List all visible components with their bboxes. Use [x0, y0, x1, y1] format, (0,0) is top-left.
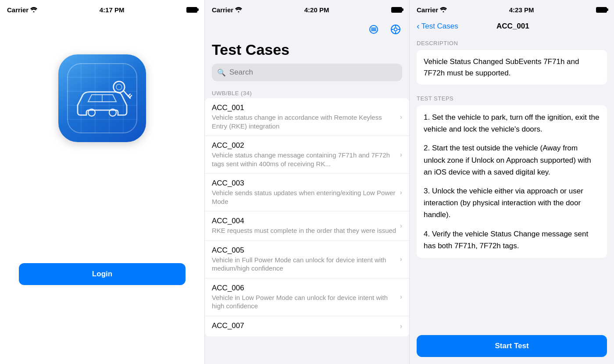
svg-point-17	[238, 11, 239, 12]
battery-area-detail	[596, 7, 607, 13]
list-item-title: ACC_005	[212, 246, 396, 255]
list-item-subtitle: Vehicle in Low Power Mode can unlock for…	[212, 293, 396, 310]
list-item[interactable]: ACC_004 RKE requests must complete in th…	[205, 211, 409, 241]
search-bar[interactable]: 🔍	[212, 64, 402, 81]
detail-nav-title: ACC_001	[496, 22, 529, 31]
description-label: DESCRIPTION	[417, 36, 607, 48]
search-container: 🔍	[205, 64, 409, 86]
test-step: 3. Unlock the vehicle either via approac…	[424, 185, 600, 221]
list-item-content: ACC_001 Vehicle status change in accorda…	[212, 103, 400, 130]
list-item-title: ACC_003	[212, 179, 396, 188]
back-label: Test Cases	[421, 22, 458, 31]
carrier-wifi-detail: Carrier	[417, 6, 447, 14]
list-item-subtitle: Vehicle status change in accordance with…	[212, 113, 396, 130]
list-item[interactable]: ACC_003 Vehicle sends status updates whe…	[205, 174, 409, 211]
detail-panel: Carrier 4:23 PM ‹ Test Cases ACC_001 DES…	[410, 0, 614, 364]
time-display-detail: 4:23 PM	[509, 6, 534, 14]
chevron-right-icon: ›	[400, 255, 402, 263]
time-display-list: 4:20 PM	[304, 6, 329, 14]
list-header-icons	[205, 19, 409, 41]
list-icon[interactable]	[367, 23, 380, 36]
list-item[interactable]: ACC_007 ›	[205, 316, 409, 336]
chevron-right-icon: ›	[400, 322, 402, 330]
battery-icon-login	[186, 7, 197, 13]
list-item-subtitle: Vehicle status change message containing…	[212, 151, 396, 168]
list-item[interactable]: ACC_002 Vehicle status change message co…	[205, 136, 409, 174]
list-item-subtitle: Vehicle in Full Power Mode can unlock fo…	[212, 256, 396, 273]
test-step: 2. Start the test outside the vehicle (A…	[424, 142, 600, 178]
status-bar-login: Carrier 4:17 PM	[0, 0, 204, 19]
test-steps-section: TEST STEPS 1. Set the vehicle to park, t…	[417, 92, 607, 258]
section-header: UWB/BLE (34)	[205, 86, 409, 98]
test-step: 4. Verify the vehicle Status Change mess…	[424, 228, 600, 252]
list-item-title: ACC_001	[212, 103, 396, 112]
list-item-subtitle: RKE requests must complete in the order …	[212, 226, 396, 235]
chevron-right-icon: ›	[400, 113, 402, 121]
chevron-right-icon: ›	[400, 189, 402, 196]
status-bar-detail: Carrier 4:23 PM	[410, 0, 614, 19]
svg-line-14	[123, 90, 130, 98]
list-item-subtitle: Vehicle sends status updates when enteri…	[212, 189, 396, 206]
chevron-right-icon: ›	[400, 222, 402, 230]
wifi-icon-list	[235, 6, 242, 14]
back-chevron-icon: ‹	[417, 21, 420, 31]
app-icon	[58, 54, 146, 142]
carrier-label-list: Carrier	[212, 6, 233, 14]
description-section: DESCRIPTION Vehicle Status Changed SubEv…	[417, 36, 607, 85]
status-bar-list: Carrier 4:20 PM	[205, 0, 409, 19]
svg-point-12	[114, 82, 125, 93]
login-button[interactable]: Login	[19, 263, 186, 285]
car-key-svg	[67, 63, 137, 133]
time-display-login: 4:17 PM	[100, 6, 125, 14]
svg-line-16	[129, 96, 132, 98]
test-cases-list-panel: Carrier 4:20 PM	[205, 0, 410, 364]
list-item[interactable]: ACC_001 Vehicle status change in accorda…	[205, 98, 409, 136]
battery-area-login	[186, 7, 197, 13]
svg-point-0	[33, 11, 35, 12]
search-icon: 🔍	[217, 68, 226, 77]
battery-icon-detail	[596, 7, 607, 13]
svg-point-28	[443, 11, 444, 12]
detail-nav: ‹ Test Cases ACC_001	[410, 19, 614, 36]
svg-point-10	[88, 109, 95, 116]
description-card: Vehicle Status Changed SubEvents 7F71h a…	[417, 50, 607, 85]
list-item-content: ACC_005 Vehicle in Full Power Mode can u…	[212, 246, 400, 273]
list-item-content: ACC_007	[212, 321, 400, 331]
svg-point-13	[116, 84, 122, 90]
start-test-button[interactable]: Start Test	[417, 335, 607, 357]
list-item-content: ACC_004 RKE requests must complete in th…	[212, 217, 400, 235]
settings-icon[interactable]	[389, 23, 402, 36]
chevron-right-icon: ›	[400, 151, 402, 159]
wifi-icon	[30, 6, 37, 14]
list-item-title: ACC_004	[212, 217, 396, 225]
battery-icon-list	[391, 7, 402, 13]
list-item-content: ACC_006 Vehicle in Low Power Mode can un…	[212, 284, 400, 310]
list-item-content: ACC_003 Vehicle sends status updates whe…	[212, 179, 400, 206]
svg-point-11	[109, 109, 116, 116]
test-steps-card: 1. Set the vehicle to park, turn off the…	[417, 105, 607, 258]
list-item[interactable]: ACC_005 Vehicle in Full Power Mode can u…	[205, 241, 409, 278]
wifi-icon-detail	[440, 6, 447, 14]
test-step: 1. Set the vehicle to park, turn off the…	[424, 111, 600, 135]
list-item[interactable]: ACC_006 Vehicle in Low Power Mode can un…	[205, 278, 409, 316]
carrier-wifi-list: Carrier	[212, 6, 242, 14]
list-item-title: ACC_007	[212, 321, 396, 330]
test-steps-label: TEST STEPS	[417, 92, 607, 103]
battery-area-list	[391, 7, 402, 13]
chevron-right-icon: ›	[400, 293, 402, 301]
back-button[interactable]: ‹ Test Cases	[417, 21, 458, 31]
login-panel: Carrier 4:17 PM	[0, 0, 205, 364]
test-cases-list: ACC_001 Vehicle status change in accorda…	[205, 98, 409, 364]
list-item-content: ACC_002 Vehicle status change message co…	[212, 141, 400, 168]
search-input[interactable]	[229, 68, 397, 77]
test-cases-group: ACC_001 Vehicle status change in accorda…	[205, 98, 409, 336]
list-title: Test Cases	[205, 41, 409, 64]
svg-line-15	[128, 94, 130, 96]
svg-point-23	[394, 28, 397, 31]
detail-content: DESCRIPTION Vehicle Status Changed SubEv…	[410, 36, 614, 332]
carrier-label-detail: Carrier	[417, 6, 438, 14]
carrier-label: Carrier	[7, 6, 29, 14]
list-item-title: ACC_006	[212, 284, 396, 293]
carrier-wifi-left: Carrier	[7, 6, 37, 14]
list-item-title: ACC_002	[212, 141, 396, 150]
